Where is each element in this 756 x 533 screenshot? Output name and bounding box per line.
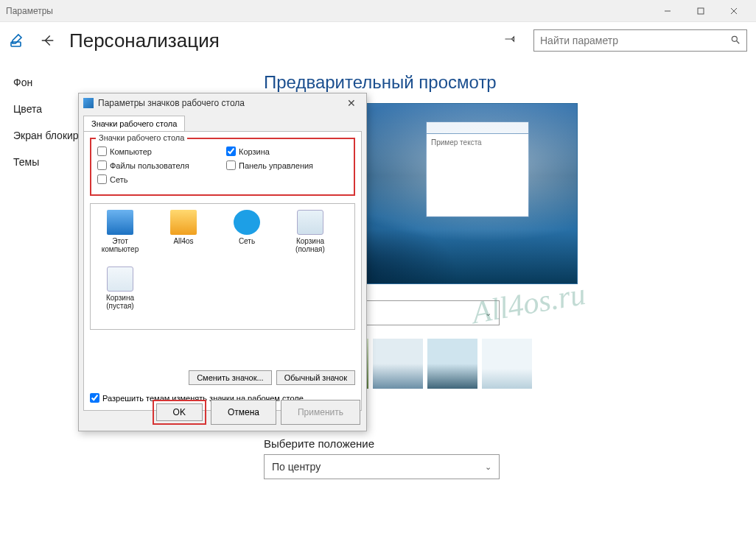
svg-rect-1	[698, 8, 704, 14]
ok-highlight: OK	[153, 400, 206, 425]
back-button[interactable]	[37, 29, 59, 52]
ok-button[interactable]: OK	[156, 403, 203, 421]
globe-icon	[234, 210, 260, 235]
default-icon-button[interactable]: Обычный значок	[276, 370, 355, 385]
checkbox-computer-input[interactable]	[97, 147, 107, 156]
svg-point-5	[732, 36, 737, 41]
change-icon-button[interactable]: Сменить значок...	[189, 370, 272, 385]
window-title: Параметры	[6, 6, 53, 16]
edit-icon	[9, 32, 27, 49]
header: Персонализация	[0, 22, 756, 59]
icon-network[interactable]: Сеть	[223, 210, 270, 253]
apply-button[interactable]: Применить	[281, 400, 360, 425]
icon-bin-empty[interactable]: Корзина (пустая)	[97, 266, 144, 310]
minimize-button[interactable]	[651, 0, 684, 22]
icon-bin-full[interactable]: Корзина (полная)	[287, 210, 334, 253]
checkbox-recycle[interactable]: Корзина	[226, 147, 348, 156]
sample-window: Пример текста	[426, 121, 529, 217]
checkbox-network-input[interactable]	[97, 174, 107, 184]
desktop-icons-dialog: Параметры значков рабочего стола ✕ Значк…	[78, 93, 367, 431]
recycle-full-icon	[297, 210, 323, 235]
preview-heading: Предварительный просмотр	[264, 72, 735, 93]
search-icon	[730, 35, 741, 47]
sidebar-item-background[interactable]: Фон	[7, 69, 236, 96]
dialog-title: Параметры значков рабочего стола	[98, 98, 245, 108]
search-input[interactable]	[540, 35, 730, 46]
dialog-titlebar: Параметры значков рабочего стола ✕	[79, 93, 366, 113]
tab-desktop-icons[interactable]: Значки рабочего стола	[83, 116, 185, 131]
chevron-down-icon: ⌄	[485, 462, 491, 472]
chevron-down-icon: ⌄	[485, 308, 491, 318]
checkbox-userfiles[interactable]: Файлы пользователя	[97, 160, 219, 170]
icon-all4os[interactable]: All4os	[160, 210, 207, 253]
dialog-icon	[83, 98, 94, 108]
svg-line-6	[737, 40, 740, 43]
pin-icon[interactable]	[504, 32, 517, 49]
dialog-panel: Значки рабочего стола Компьютер Корзина …	[83, 131, 362, 411]
cancel-button[interactable]: Отмена	[211, 400, 276, 425]
computer-icon	[107, 210, 133, 235]
icon-preview-grid: Этот компьютер All4os Сеть Корзина (полн…	[90, 203, 355, 330]
sample-text: Пример текста	[427, 134, 528, 151]
checkbox-computer[interactable]: Компьютер	[97, 147, 219, 156]
dialog-close-button[interactable]: ✕	[341, 97, 362, 109]
thumbnail-5[interactable]	[482, 339, 532, 389]
position-value: По центру	[272, 461, 321, 473]
desktop-icons-group: Значки рабочего стола Компьютер Корзина …	[90, 138, 355, 196]
maximize-button[interactable]	[684, 0, 717, 22]
folder-icon	[170, 210, 197, 235]
checkbox-recycle-input[interactable]	[226, 147, 236, 156]
thumbnail-4[interactable]	[427, 339, 477, 389]
close-button[interactable]	[717, 0, 750, 22]
checkbox-userfiles-input[interactable]	[97, 160, 107, 170]
icon-this-pc[interactable]: Этот компьютер	[97, 210, 144, 253]
checkbox-network[interactable]: Сеть	[97, 174, 219, 184]
recycle-empty-icon	[107, 266, 133, 292]
position-dropdown[interactable]: По центру ⌄	[264, 454, 500, 479]
titlebar: Параметры	[0, 0, 756, 22]
checkbox-controlpanel-input[interactable]	[226, 160, 236, 170]
group-legend: Значки рабочего стола	[96, 133, 187, 142]
page-title: Персонализация	[69, 29, 220, 52]
search-box[interactable]	[533, 29, 747, 52]
position-label: Выберите положение	[264, 437, 735, 450]
checkbox-controlpanel[interactable]: Панель управления	[226, 160, 348, 170]
allow-themes-input[interactable]	[90, 393, 99, 403]
thumbnail-3[interactable]	[373, 339, 423, 389]
